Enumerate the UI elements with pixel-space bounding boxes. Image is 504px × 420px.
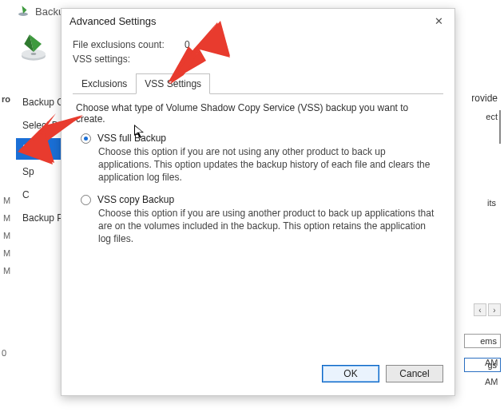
vss-settings-value: VSS: [185, 53, 204, 65]
svg-point-3: [31, 53, 37, 55]
exclusions-count-value: 0: [185, 39, 190, 50]
radio-vss-full-label: VSS full Backup: [97, 133, 166, 144]
app-icon: [16, 4, 30, 18]
ok-button[interactable]: OK: [322, 365, 379, 382]
bg-right-text-ect: ect: [486, 112, 498, 121]
bg-left-fragments: M M M M M: [3, 192, 10, 279]
radio-vss-copy[interactable]: [81, 195, 91, 205]
cancel-button[interactable]: Cancel: [386, 365, 443, 382]
radio-vss-copy-label: VSS copy Backup: [97, 194, 174, 205]
radio-vss-full-desc: Choose this option if you are not using …: [98, 145, 440, 184]
bg-scroll-left-icon[interactable]: ‹: [474, 303, 486, 316]
vss-tab-content: Choose what type of Volume Shadow Copy S…: [73, 94, 443, 258]
close-icon: ✕: [435, 15, 443, 27]
radio-vss-copy-desc: Choose this option if you are using anot…: [98, 207, 440, 246]
tab-vss-settings[interactable]: VSS Settings: [136, 73, 210, 94]
close-button[interactable]: ✕: [427, 12, 450, 30]
bg-scroll-right-icon[interactable]: ›: [488, 303, 501, 316]
wizard-icon: [18, 32, 50, 64]
bg-right-text-its: its: [487, 198, 496, 208]
bg-partial-button-items[interactable]: ems: [464, 334, 501, 348]
tab-exclusions[interactable]: Exclusions: [73, 73, 136, 94]
advanced-settings-dialog: Advanced Settings ✕ File exclusions coun…: [61, 8, 455, 396]
bg-right-text-provide: rovide: [471, 93, 498, 104]
exclusions-count-label: File exclusions count:: [73, 39, 185, 50]
radio-option-vss-copy[interactable]: VSS copy Backup: [81, 194, 440, 205]
tabs-strip: Exclusions VSS Settings: [73, 73, 443, 94]
radio-option-vss-full[interactable]: VSS full Backup: [81, 133, 440, 144]
bg-row-zero: 0: [2, 348, 6, 358]
bg-time-am-1: AM: [485, 358, 504, 367]
vss-settings-label: VSS settings:: [73, 53, 185, 65]
vss-instruction-text: Choose what type of Volume Shadow Copy S…: [76, 102, 440, 125]
bg-row-prefix: ro: [2, 94, 10, 104]
bg-time-am-2: AM: [485, 377, 504, 386]
radio-vss-full[interactable]: [81, 133, 91, 144]
dialog-title: Advanced Settings: [69, 15, 156, 27]
